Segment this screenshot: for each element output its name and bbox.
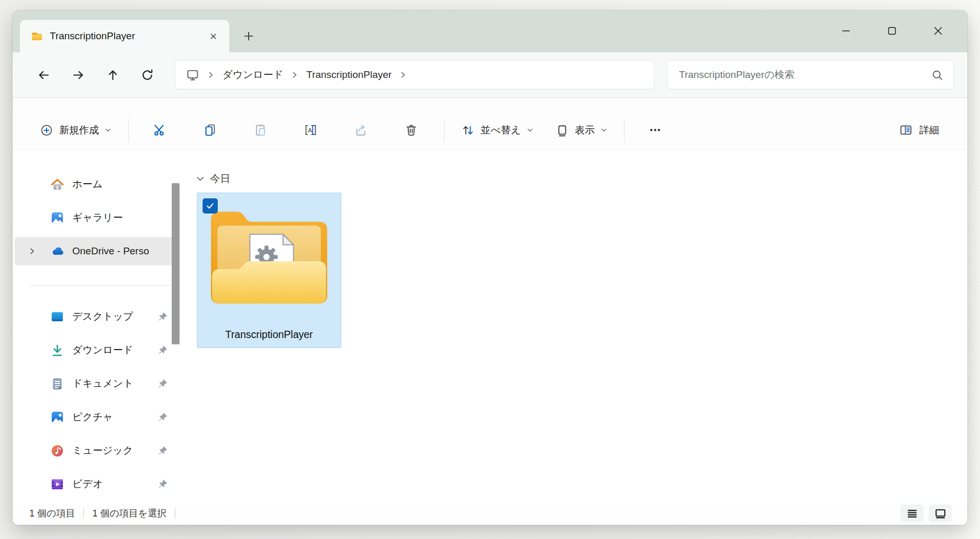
search-input[interactable]	[679, 69, 931, 81]
new-tab-button[interactable]	[237, 24, 261, 48]
divider	[624, 118, 625, 142]
selection-count: 1 個の項目を選択	[92, 507, 166, 520]
file-item-transcriptionplayer[interactable]: TranscriptionPlayer	[197, 193, 341, 348]
file-list-area[interactable]: 今日	[191, 150, 967, 505]
new-item-button[interactable]: 新規作成	[37, 115, 115, 145]
sidebar-item-label: ホーム	[72, 177, 175, 191]
cut-icon	[153, 123, 167, 137]
status-bar: 1 個の項目 1 個の項目を選択	[13, 505, 967, 525]
folder-icon	[31, 32, 42, 41]
paste-button[interactable]	[243, 115, 277, 145]
sidebar-item-label: ミュージック	[72, 444, 158, 457]
pin-icon	[158, 446, 168, 455]
share-icon	[354, 123, 368, 137]
pin-icon	[158, 345, 168, 355]
close-button[interactable]	[915, 17, 961, 45]
explorer-tab[interactable]: TranscriptionPlayer	[20, 20, 229, 52]
up-icon	[106, 68, 120, 82]
tab-title: TranscriptionPlayer	[50, 30, 197, 42]
sidebar-item-label: ギャラリー	[72, 211, 175, 224]
item-checkbox[interactable]	[203, 198, 218, 214]
chevron-right-icon	[400, 71, 406, 78]
chevron-right-icon	[208, 71, 214, 78]
sidebar-item-label: OneDrive - Perso	[72, 245, 175, 257]
new-item-icon	[40, 123, 53, 137]
divider	[444, 118, 444, 142]
sidebar-item-music[interactable]: ミュージック	[15, 436, 175, 465]
chevron-down-icon	[527, 127, 533, 133]
breadcrumb-downloads[interactable]: ダウンロード	[222, 68, 283, 82]
sidebar-item-videos[interactable]: ビデオ	[15, 470, 175, 498]
navigation-pane: ホーム ギャラリー	[13, 150, 191, 505]
documents-icon	[50, 377, 64, 391]
sidebar-item-label: ビデオ	[72, 477, 158, 491]
maximize-button[interactable]	[869, 17, 915, 45]
more-options-button[interactable]	[638, 115, 673, 145]
thumbnail-view-button[interactable]	[929, 504, 952, 522]
sidebar-scrollbar[interactable]	[172, 183, 180, 344]
view-button[interactable]: 表示	[552, 115, 610, 145]
address-bar[interactable]: ダウンロード TranscriptionPlayer	[175, 60, 654, 89]
divider	[128, 118, 129, 142]
sidebar-item-pictures[interactable]: ピクチャ	[15, 403, 175, 431]
tab-bar: TranscriptionPlayer	[13, 10, 967, 52]
pictures-icon	[50, 410, 64, 424]
maximize-icon	[885, 24, 899, 38]
view-icon	[555, 123, 569, 137]
copy-button[interactable]	[193, 115, 227, 145]
sort-button[interactable]: 並べ替え	[458, 115, 537, 145]
refresh-button[interactable]	[132, 60, 162, 89]
plus-icon	[242, 30, 255, 42]
content-area: ホーム ギャラリー	[13, 150, 967, 505]
divider	[175, 508, 175, 519]
details-pane-icon	[899, 123, 913, 137]
downloads-icon	[50, 343, 64, 357]
details-label: 詳細	[919, 123, 939, 137]
back-button[interactable]	[28, 60, 59, 89]
file-explorer-window: TranscriptionPlayer	[13, 10, 967, 525]
cut-button[interactable]	[142, 115, 177, 145]
chevron-down-icon	[105, 127, 112, 133]
search-box	[667, 60, 954, 89]
search-icon[interactable]	[931, 69, 944, 82]
sidebar-item-gallery[interactable]: ギャラリー	[15, 204, 175, 232]
view-toggles	[900, 504, 952, 522]
sidebar-item-label: ピクチャ	[72, 410, 158, 424]
close-icon	[209, 32, 218, 41]
rename-button[interactable]: A	[293, 115, 328, 145]
minimize-icon	[839, 24, 853, 38]
window-controls	[823, 17, 961, 45]
check-icon	[206, 201, 215, 210]
sidebar-item-desktop[interactable]: デスクトップ	[15, 302, 175, 331]
group-header-today[interactable]: 今日	[195, 171, 967, 186]
pin-icon	[158, 412, 168, 422]
back-icon	[37, 68, 51, 82]
chevron-right-icon	[292, 71, 298, 78]
breadcrumb-current-folder[interactable]: TranscriptionPlayer	[306, 69, 392, 81]
sidebar-item-home[interactable]: ホーム	[15, 170, 175, 198]
sidebar-item-downloads[interactable]: ダウンロード	[15, 336, 175, 364]
chevron-down-icon[interactable]	[196, 174, 205, 183]
music-icon	[50, 444, 64, 458]
view-label: 表示	[575, 123, 595, 137]
divider	[30, 285, 173, 286]
details-pane-button[interactable]: 詳細	[895, 115, 943, 145]
minimize-button[interactable]	[823, 17, 869, 45]
sidebar-item-onedrive[interactable]: OneDrive - Perso	[15, 237, 175, 265]
close-icon	[931, 24, 945, 38]
sort-icon	[461, 123, 475, 137]
forward-button[interactable]	[63, 60, 93, 89]
rename-icon: A	[304, 123, 318, 137]
tab-close-button[interactable]	[204, 27, 222, 45]
share-button[interactable]	[343, 115, 378, 145]
sidebar-item-documents[interactable]: ドキュメント	[15, 369, 175, 398]
new-item-label: 新規作成	[59, 123, 99, 137]
videos-icon	[50, 477, 64, 491]
list-view-button[interactable]	[900, 504, 923, 522]
sidebar-item-label: ダウンロード	[72, 343, 158, 357]
up-button[interactable]	[97, 60, 128, 89]
group-label: 今日	[210, 172, 230, 186]
delete-button[interactable]	[394, 115, 428, 145]
list-view-icon	[906, 507, 919, 520]
chevron-right-icon[interactable]	[28, 247, 36, 255]
